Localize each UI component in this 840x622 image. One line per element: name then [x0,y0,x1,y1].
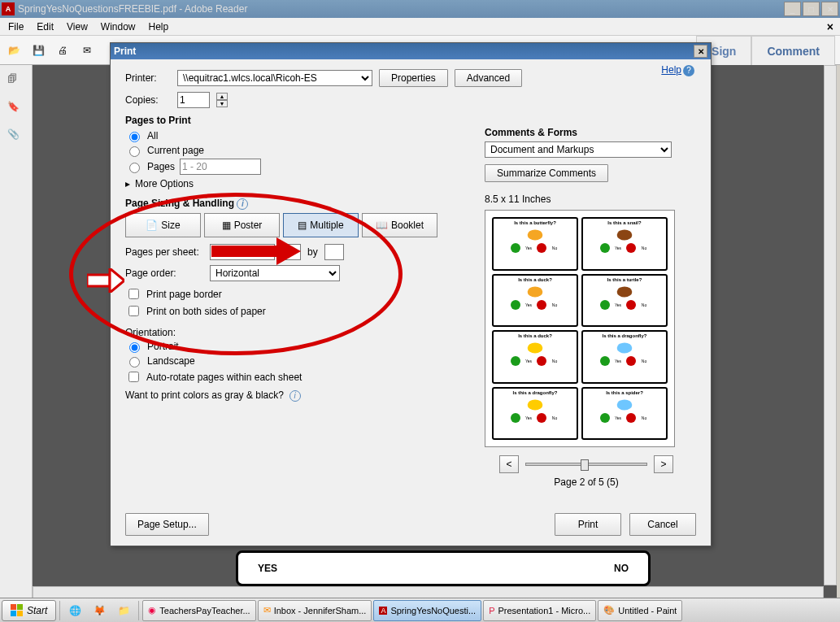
more-options-label: More Options [135,178,194,189]
radio-landscape[interactable] [129,357,140,368]
radio-current[interactable] [129,146,140,157]
task-item[interactable]: 🎨Untitled - Paint [598,600,682,621]
svg-marker-9 [276,237,301,265]
minimize-button[interactable]: _ [784,2,801,16]
menu-window[interactable]: Window [96,20,141,34]
preview-card: Is this a dragonfly?YesNo [581,330,668,384]
menu-file[interactable]: File [3,20,28,34]
preview-card: Is this a turtle?YesNo [581,274,668,328]
summarize-button[interactable]: Summarize Comments [485,164,608,182]
radio-pages[interactable] [129,163,140,173]
save-icon[interactable]: 💾 [28,40,49,61]
window-title: SpringYesNoQuestionsFREEBIE.pdf - Adobe … [18,3,784,15]
windows-icon [11,604,24,617]
printer-select[interactable]: \\equitrac1.wlcs.local\Ricoh-ES [177,70,372,86]
doc-yes: YES [258,563,277,574]
svg-rect-10 [87,275,110,286]
page-setup-button[interactable]: Page Setup... [125,513,209,536]
bothsides-checkbox[interactable] [128,306,139,316]
vertical-scrollbar[interactable] [824,65,837,585]
paper-size-label: 8.5 x 11 Inches [485,194,688,205]
pps-custom-h[interactable] [324,244,344,260]
preview-prev-button[interactable]: < [499,455,519,473]
preview-card: Is this a spider?YesNo [581,387,668,441]
task-item[interactable]: PPresentation1 - Micro... [483,600,596,621]
menu-view[interactable]: View [62,20,93,34]
border-checkbox[interactable] [128,289,139,299]
start-button[interactable]: Start [2,600,56,621]
copies-down[interactable]: ▼ [216,100,228,107]
doc-no: NO [614,563,629,574]
pages-icon[interactable]: 🗐 [7,73,25,91]
maximize-button[interactable]: □ [803,2,820,16]
help-link[interactable]: Help? [661,64,694,76]
order-label: Page order: [125,268,203,279]
size-button[interactable]: 📄 Size [125,213,201,237]
document-snippet: YES NO [236,550,651,586]
autorotate-label: Auto-rotate pages within each sheet [146,372,302,383]
close-button[interactable]: ✕ [821,2,838,16]
annotation-arrow-2 [87,268,124,293]
dialog-titlebar: Print ✕ [111,43,711,59]
ie-icon[interactable]: 🌐 [63,600,86,621]
task-item-active[interactable]: ASpringYesNoQuesti... [373,600,481,621]
print-preview: Is this a butterfly?YesNoIs this a snail… [485,210,675,447]
autorotate-checkbox[interactable] [128,372,139,382]
annotation-arrow-1 [211,237,301,265]
print-dialog: Print ✕ Help? Printer: \\equitrac1.wlcs.… [110,42,712,546]
preview-card: Is this a dragonfly?YesNo [492,387,578,441]
bookmarks-icon[interactable]: 🔖 [7,101,25,119]
separator [138,601,139,620]
preview-card: Is this a duck?YesNo [492,274,578,328]
pages-range-input[interactable] [180,159,261,175]
firefox-icon[interactable]: 🦊 [88,600,111,621]
attachments-icon[interactable]: 📎 [7,128,25,146]
menu-bar: File Edit View Window Help × [0,18,840,36]
explorer-icon[interactable]: 📁 [112,600,135,621]
svg-point-5 [617,342,633,353]
menu-edit[interactable]: Edit [32,20,59,34]
poster-button[interactable]: ▦ Poster [204,213,280,237]
multiple-button[interactable]: ▤ Multiple [283,213,359,237]
properties-button[interactable]: Properties [379,69,448,87]
copies-input[interactable] [177,92,210,108]
open-icon[interactable]: 📂 [3,40,24,61]
cancel-button[interactable]: Cancel [629,513,696,536]
preview-slider[interactable] [525,463,647,466]
close-doc-button[interactable]: × [824,20,837,33]
mail-icon[interactable]: ✉ [76,40,98,61]
radio-portrait[interactable] [129,342,140,353]
start-label: Start [27,605,47,616]
order-select[interactable]: Horizontal [210,265,340,281]
svg-rect-13 [17,604,23,610]
svg-point-4 [528,342,543,353]
nav-pane: 🗐 🔖 📎 [0,65,33,599]
preview-card: Is this a duck?YesNo [492,330,578,384]
portrait-label: Portrait [147,341,179,352]
pages-label: Pages [147,161,175,172]
task-item[interactable]: ✉Inbox - JenniferSham... [258,600,372,621]
svg-point-2 [528,286,543,297]
dialog-close-button[interactable]: ✕ [694,45,707,58]
info-icon-2[interactable]: i [289,390,301,402]
info-icon[interactable]: i [237,198,248,210]
task-item[interactable]: ◉TeachersPayTeacher... [142,600,255,621]
comments-forms-select[interactable]: Document and Markups [485,141,672,158]
svg-rect-12 [11,604,16,610]
menu-help[interactable]: Help [144,20,174,34]
copies-up[interactable]: ▲ [216,93,228,100]
svg-point-7 [617,399,633,410]
current-label: Current page [147,145,204,156]
copies-label: Copies: [125,94,171,106]
preview-next-button[interactable]: > [654,455,673,473]
print-button[interactable]: Print [555,513,621,536]
svg-rect-14 [11,611,16,616]
print-icon[interactable]: 🖨 [52,40,73,61]
booklet-button[interactable]: 📖 Booklet [362,213,437,237]
taskbar: Start 🌐 🦊 📁 ◉TeachersPayTeacher... ✉Inbo… [0,598,840,622]
advanced-button[interactable]: Advanced [455,69,522,87]
radio-all[interactable] [129,132,140,142]
svg-rect-8 [211,246,276,257]
comment-tab[interactable]: Comment [751,36,835,67]
printer-label: Printer: [125,72,171,84]
